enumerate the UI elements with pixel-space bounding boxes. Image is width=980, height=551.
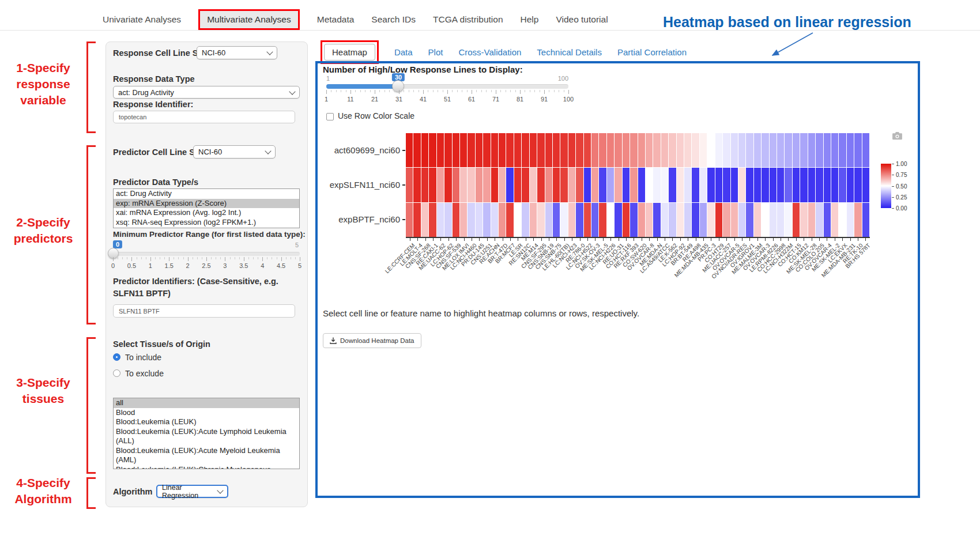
heatmap-cell[interactable]	[530, 168, 537, 202]
heatmap-cell[interactable]	[684, 133, 691, 167]
heatmap-cell[interactable]	[723, 168, 730, 202]
heatmap-cell[interactable]	[599, 203, 606, 237]
heatmap-cell[interactable]	[677, 203, 684, 237]
heatmap-cell[interactable]	[707, 168, 714, 202]
heatmap-cell[interactable]	[731, 203, 738, 237]
heatmap-cell[interactable]	[831, 133, 838, 167]
heatmap-cell[interactable]	[707, 133, 714, 167]
heatmap-cell[interactable]	[491, 203, 498, 237]
heatmap-cell[interactable]	[522, 203, 529, 237]
tissue-option-blood-leukemia-leuk[interactable]: Blood:Leukemia (LEUK)	[114, 417, 299, 427]
heatmap-cell[interactable]	[770, 168, 777, 202]
heatmap-cell[interactable]	[491, 133, 498, 167]
tissue-option-blood-leukemia-leuk-acute-myeloid-leukem[interactable]: Blood:Leukemia (LEUK):Acute Myeloid Leuk…	[114, 446, 299, 465]
heatmap-cell[interactable]	[615, 133, 621, 167]
heatmap-cell[interactable]	[770, 203, 777, 237]
heatmap-cell[interactable]	[553, 133, 560, 167]
min-range-slider-track[interactable]	[113, 252, 300, 256]
tab-partial-correlation[interactable]: Partial Correlation	[617, 47, 687, 57]
heatmap-cell[interactable]	[437, 168, 444, 202]
heatmap-cell[interactable]	[453, 133, 459, 167]
heatmap-cell[interactable]	[429, 168, 436, 202]
heatmap-cell[interactable]	[707, 203, 714, 237]
heatmap-cell[interactable]	[669, 203, 676, 237]
heatmap-cell[interactable]	[862, 133, 869, 167]
heatmap-cell[interactable]	[499, 133, 506, 167]
heatmap-cell[interactable]	[623, 203, 630, 237]
heatmap-cell[interactable]	[623, 133, 630, 167]
heatmap-cell[interactable]	[793, 133, 800, 167]
heatmap-cell[interactable]	[499, 203, 506, 237]
heatmap-cell[interactable]	[653, 203, 660, 237]
heatmap-cell[interactable]	[630, 168, 637, 202]
heatmap-cell[interactable]	[421, 203, 428, 237]
heatmap-cell[interactable]	[522, 168, 529, 202]
heatmap-cell[interactable]	[576, 133, 583, 167]
heatmap-cell[interactable]	[754, 203, 761, 237]
heatmap-cell[interactable]	[406, 168, 413, 202]
tissue-exclude-radio[interactable]	[113, 369, 120, 377]
heatmap-cell[interactable]	[483, 203, 490, 237]
tissue-include-radio[interactable]	[113, 353, 120, 361]
heatmap-cell[interactable]	[800, 133, 807, 167]
heatmap-cell[interactable]	[839, 133, 846, 167]
heatmap-cell[interactable]	[661, 133, 668, 167]
row-color-scale-checkbox[interactable]	[326, 113, 334, 120]
heatmap-cell[interactable]	[808, 168, 815, 202]
heatmap-cell[interactable]	[638, 168, 645, 202]
heatmap-cell[interactable]	[839, 168, 846, 202]
heatmap-cell[interactable]	[638, 203, 645, 237]
algorithm-select[interactable]: Linear Regression	[156, 485, 228, 498]
heatmap-cell[interactable]	[623, 168, 630, 202]
heatmap-cell[interactable]	[738, 203, 745, 237]
heatmap-cell[interactable]	[839, 203, 846, 237]
data-type-option-exp[interactable]: exp: mRNA Expression (Z-Score)	[114, 199, 299, 209]
heatmap-cell[interactable]	[476, 133, 483, 167]
heatmap-cell[interactable]	[762, 168, 768, 202]
heatmap-cell[interactable]	[537, 203, 544, 237]
heatmap-cell[interactable]	[429, 203, 436, 237]
heatmap-cell[interactable]	[599, 133, 606, 167]
heatmap-cell[interactable]	[785, 168, 791, 202]
heatmap-row-label-act609699-nci60[interactable]: act609699_nci60	[334, 145, 400, 155]
nav-item-multivariate-analyses[interactable]: Multivariate Analyses	[198, 9, 300, 30]
heatmap-cell[interactable]	[560, 203, 567, 237]
heatmap-cell[interactable]	[715, 133, 722, 167]
heatmap-cell[interactable]	[468, 168, 474, 202]
heatmap-cell[interactable]	[824, 133, 831, 167]
heatmap-cell[interactable]	[468, 203, 474, 237]
heatmap-cell[interactable]	[514, 168, 521, 202]
heatmap-cell[interactable]	[607, 203, 614, 237]
heatmap-cell[interactable]	[731, 168, 738, 202]
heatmap-cell[interactable]	[777, 203, 784, 237]
heatmap-cell[interactable]	[816, 203, 823, 237]
heatmap-cell[interactable]	[506, 168, 513, 202]
heatmap-cell[interactable]	[746, 133, 753, 167]
heatmap-cell[interactable]	[638, 133, 645, 167]
tab-plot[interactable]: Plot	[428, 47, 443, 57]
camera-icon[interactable]	[892, 132, 902, 140]
heatmap-cell[interactable]	[537, 168, 544, 202]
heatmap-cell[interactable]	[785, 203, 791, 237]
heatmap-cell[interactable]	[692, 168, 699, 202]
heatmap-cell[interactable]	[746, 203, 753, 237]
heatmap-cell[interactable]	[754, 133, 761, 167]
heatmap-cell[interactable]	[476, 168, 483, 202]
heatmap-cell[interactable]	[576, 203, 583, 237]
heatmap-cell[interactable]	[476, 203, 483, 237]
heatmap-cell[interactable]	[568, 133, 575, 167]
heatmap-cell[interactable]	[700, 168, 707, 202]
heatmap-cell[interactable]	[692, 203, 699, 237]
heatmap-cell[interactable]	[460, 168, 467, 202]
heatmap-cell[interactable]	[607, 133, 614, 167]
heatmap-cell[interactable]	[785, 133, 791, 167]
heatmap-cell[interactable]	[800, 203, 807, 237]
heatmap-cell[interactable]	[514, 203, 521, 237]
tab-data[interactable]: Data	[394, 47, 413, 57]
heatmap-cell[interactable]	[437, 133, 444, 167]
response-cell-line-set-select[interactable]: NCI-60	[197, 46, 277, 59]
heatmap-cell[interactable]	[677, 133, 684, 167]
heatmap-cell[interactable]	[862, 168, 869, 202]
heatmap-cell[interactable]	[653, 168, 660, 202]
heatmap-cell[interactable]	[700, 203, 707, 237]
